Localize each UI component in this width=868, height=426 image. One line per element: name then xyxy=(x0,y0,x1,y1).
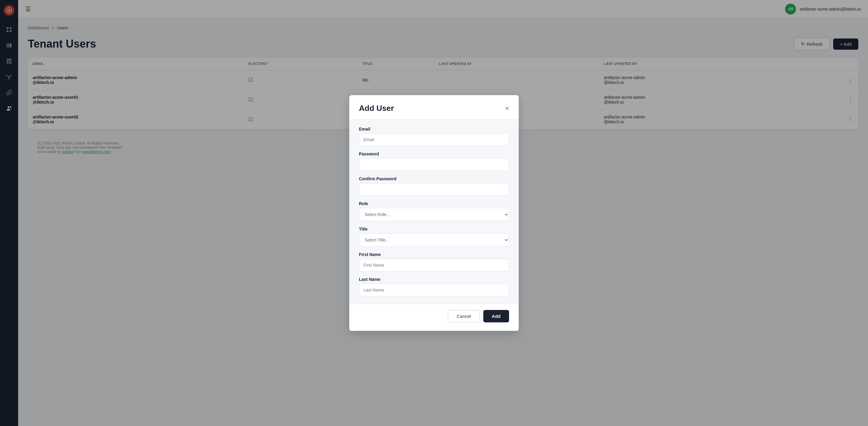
modal-footer: Cancel Add xyxy=(349,304,519,331)
first-name-label: First Name xyxy=(359,252,509,257)
add-user-modal: Add User × Email Password Confirm Passwo… xyxy=(349,95,519,331)
password-input[interactable] xyxy=(359,158,509,171)
modal-close-button[interactable]: × xyxy=(505,105,509,112)
modal-overlay[interactable]: Add User × Email Password Confirm Passwo… xyxy=(0,0,868,426)
last-name-input[interactable] xyxy=(359,284,509,296)
email-label: Email xyxy=(359,126,509,132)
last-name-field-group: Last Name xyxy=(359,277,509,296)
email-input[interactable] xyxy=(359,133,509,146)
modal-title: Add User xyxy=(359,104,394,113)
password-label: Password xyxy=(359,151,509,157)
password-field-group: Password xyxy=(359,151,509,171)
confirm-password-input[interactable] xyxy=(359,183,509,196)
modal-add-button[interactable]: Add xyxy=(483,310,509,322)
title-select[interactable]: Select Title... Mr. Ms. Dr. Prof. xyxy=(359,233,509,247)
confirm-password-label: Confirm Password xyxy=(359,176,509,181)
cancel-button[interactable]: Cancel xyxy=(448,310,480,322)
title-field-group: Title Select Title... Mr. Ms. Dr. Prof. xyxy=(359,227,509,247)
role-field-group: Role Select Role... Admin User Viewer xyxy=(359,201,509,221)
role-select[interactable]: Select Role... Admin User Viewer xyxy=(359,208,509,221)
last-name-label: Last Name xyxy=(359,277,509,282)
role-label: Role xyxy=(359,201,509,206)
title-label: Title xyxy=(359,227,509,231)
modal-body: Email Password Confirm Password Role Sel… xyxy=(349,119,519,304)
first-name-input[interactable] xyxy=(359,259,509,272)
first-name-field-group: First Name xyxy=(359,252,509,272)
modal-header: Add User × xyxy=(349,95,519,119)
confirm-password-field-group: Confirm Password xyxy=(359,176,509,196)
email-field-group: Email xyxy=(359,126,509,146)
